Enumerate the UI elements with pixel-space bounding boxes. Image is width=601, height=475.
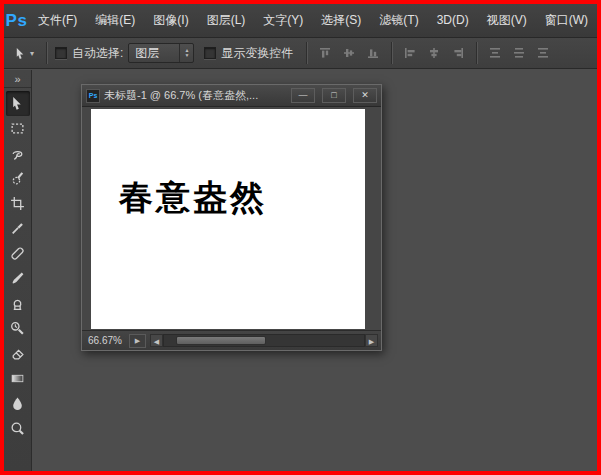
horizontal-scrollbar[interactable]: ◀ ▶ — [150, 334, 378, 348]
align-top-button[interactable] — [315, 43, 335, 63]
zoom-level[interactable]: 66.67% — [85, 335, 125, 346]
collapse-panel-icon[interactable]: » — [4, 72, 31, 88]
show-transform-checkbox[interactable] — [204, 47, 216, 59]
tool-eyedropper[interactable] — [6, 216, 30, 241]
status-flyout-button[interactable]: ▶ — [129, 334, 146, 348]
distribute-group — [485, 43, 553, 63]
auto-select-label: 自动选择: — [72, 45, 123, 62]
scroll-right-icon[interactable]: ▶ — [365, 334, 378, 347]
minimize-button[interactable]: — — [291, 88, 315, 103]
align-group-horizontal — [400, 43, 468, 63]
align-bottom-button[interactable] — [363, 43, 383, 63]
document-window: Ps 未标题-1 @ 66.7% (春意盎然,... — □ ✕ 春意盎然 66… — [81, 84, 382, 351]
separator — [306, 42, 307, 64]
move-tool-icon — [14, 47, 27, 60]
canvas-text: 春意盎然 — [119, 175, 267, 221]
photoshop-window: Ps 文件(F) 编辑(E) 图像(I) 图层(L) 文字(Y) 选择(S) 滤… — [0, 0, 601, 475]
menu-view[interactable]: 视图(V) — [478, 4, 536, 37]
scrollbar-thumb[interactable] — [176, 336, 266, 345]
tool-history-brush[interactable] — [6, 316, 30, 341]
distribute-middle-button[interactable] — [509, 43, 529, 63]
tool-gradient[interactable] — [6, 366, 30, 391]
auto-select-value: 图层 — [129, 44, 179, 62]
menu-3d[interactable]: 3D(D) — [428, 4, 478, 37]
tool-quick-select[interactable] — [6, 166, 30, 191]
show-transform-label: 显示变换控件 — [221, 45, 293, 62]
align-middle-button[interactable] — [339, 43, 359, 63]
separator — [46, 42, 47, 64]
tool-move[interactable] — [6, 91, 30, 116]
menu-layer[interactable]: 图层(L) — [198, 4, 255, 37]
separator — [476, 42, 477, 64]
tool-crop[interactable] — [6, 191, 30, 216]
document-icon: Ps — [86, 89, 100, 103]
ps-logo: Ps — [4, 11, 29, 31]
chevron-down-icon: ▾ — [30, 49, 34, 58]
menu-file[interactable]: 文件(F) — [29, 4, 86, 37]
menu-type[interactable]: 文字(Y) — [254, 4, 312, 37]
menu-edit[interactable]: 编辑(E) — [86, 4, 144, 37]
scroll-left-icon[interactable]: ◀ — [150, 334, 163, 347]
tool-marquee[interactable] — [6, 116, 30, 141]
tool-dodge[interactable] — [6, 416, 30, 441]
align-center-button[interactable] — [424, 43, 444, 63]
align-right-button[interactable] — [448, 43, 468, 63]
tool-brush[interactable] — [6, 266, 30, 291]
menu-image[interactable]: 图像(I) — [144, 4, 197, 37]
tool-spot-healing[interactable] — [6, 241, 30, 266]
spinner-arrows-icon: ▲ ▼ — [179, 44, 193, 62]
maximize-button[interactable]: □ — [322, 88, 346, 103]
close-button[interactable]: ✕ — [353, 88, 377, 103]
work-area: » — [4, 70, 597, 471]
canvas[interactable]: 春意盎然 — [91, 109, 365, 329]
distribute-bottom-button[interactable] — [533, 43, 553, 63]
tool-lasso[interactable] — [6, 141, 30, 166]
scrollbar-track[interactable] — [163, 334, 365, 347]
auto-select-checkbox[interactable] — [55, 47, 67, 59]
align-group-vertical — [315, 43, 383, 63]
tools-panel: » — [4, 70, 32, 471]
tool-eraser[interactable] — [6, 341, 30, 366]
menu-bar: Ps 文件(F) 编辑(E) 图像(I) 图层(L) 文字(Y) 选择(S) 滤… — [4, 4, 597, 38]
tool-clone-stamp[interactable] — [6, 291, 30, 316]
tool-preset-picker[interactable]: ▾ — [10, 47, 38, 60]
align-left-button[interactable] — [400, 43, 420, 63]
auto-select-dropdown[interactable]: 图层 ▲ ▼ — [128, 43, 194, 63]
options-bar: ▾ 自动选择: 图层 ▲ ▼ 显示变换控件 — [4, 38, 597, 69]
separator — [391, 42, 392, 64]
distribute-top-button[interactable] — [485, 43, 505, 63]
menu-window[interactable]: 窗口(W) — [536, 4, 597, 37]
document-status-bar: 66.67% ▶ ◀ ▶ — [82, 330, 381, 350]
document-title: 未标题-1 @ 66.7% (春意盎然,... — [104, 88, 284, 103]
menu-select[interactable]: 选择(S) — [312, 4, 370, 37]
canvas-area: 春意盎然 — [82, 107, 381, 330]
document-title-bar[interactable]: Ps 未标题-1 @ 66.7% (春意盎然,... — □ ✕ — [82, 85, 381, 107]
tool-blur[interactable] — [6, 391, 30, 416]
menu-filter[interactable]: 滤镜(T) — [370, 4, 427, 37]
pasteboard: Ps 未标题-1 @ 66.7% (春意盎然,... — □ ✕ 春意盎然 66… — [32, 70, 597, 471]
